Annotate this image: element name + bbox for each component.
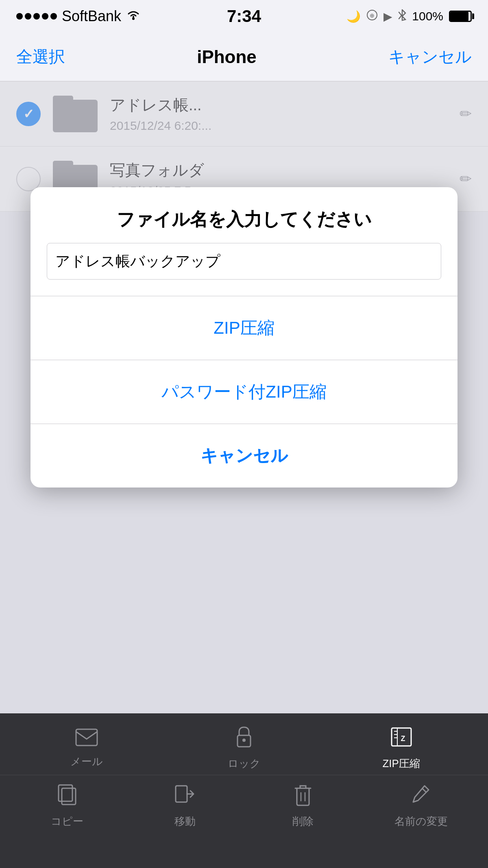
toolbar-zip[interactable]: Z ZIP圧縮	[322, 726, 480, 771]
status-time: 7:34	[227, 7, 261, 26]
signal-dot-1	[16, 13, 23, 20]
svg-text:Z: Z	[401, 735, 405, 743]
filename-input[interactable]	[47, 243, 441, 280]
signal-dot-4	[42, 13, 48, 20]
toolbar-mail[interactable]: メール	[8, 728, 166, 769]
file-info-1: アドレス帳... 2015/12/24 6:20:...	[110, 95, 451, 133]
status-bar: SoftBank 7:34 🌙 ⊕ ▶ 100%	[0, 0, 488, 33]
delete-icon	[294, 783, 312, 811]
svg-point-5	[242, 739, 246, 742]
mail-icon	[75, 728, 98, 751]
svg-rect-14	[176, 786, 187, 802]
rename-icon	[411, 783, 431, 811]
lock-label: ロック	[228, 756, 261, 771]
copy-label: コピー	[51, 814, 83, 829]
status-right: 🌙 ⊕ ▶ 100%	[346, 9, 472, 24]
signal-dot-3	[33, 13, 40, 20]
zip-compress-button[interactable]: ZIP圧縮	[30, 296, 458, 360]
svg-rect-13	[59, 785, 72, 801]
edit-icon-1[interactable]: ✏	[460, 105, 472, 122]
file-item-1[interactable]: ✓ アドレス帳... 2015/12/24 6:20:... ✏	[0, 81, 488, 146]
toolbar-top: メール ロック Z	[0, 713, 488, 775]
svg-rect-12	[62, 788, 76, 805]
status-left: SoftBank	[16, 8, 141, 25]
move-label: 移動	[174, 814, 196, 829]
folder-icon-1	[53, 96, 98, 132]
modal-header: ファイル名を入力してください	[30, 187, 458, 243]
file-name-1: アドレス帳...	[110, 95, 451, 116]
svg-rect-3	[76, 729, 97, 746]
signal-dot-5	[50, 13, 57, 20]
modal-dialog: ファイル名を入力してください ZIP圧縮 パスワード付ZIP圧縮 キャンセル	[30, 187, 458, 488]
edit-icon-2[interactable]: ✏	[460, 171, 472, 188]
select-all-button[interactable]: 全選択	[16, 46, 65, 68]
svg-line-17	[422, 788, 426, 792]
toolbar-area: メール ロック Z	[0, 713, 488, 868]
file-name-2: 写真フォルダ	[110, 160, 451, 181]
svg-point-0	[132, 17, 135, 20]
toolbar-delete[interactable]: 削除	[244, 783, 362, 829]
checkmark-1: ✓	[23, 106, 34, 122]
wifi-icon	[126, 9, 141, 24]
lock-icon: ⊕	[366, 9, 378, 24]
zip-label: ZIP圧縮	[382, 756, 420, 771]
toolbar-lock[interactable]: ロック	[166, 726, 323, 771]
lock-toolbar-icon	[235, 726, 253, 753]
modal-cancel-button[interactable]: キャンセル	[30, 424, 458, 488]
bluetooth-icon	[398, 9, 406, 24]
signal-dot-2	[25, 13, 31, 20]
nav-title: iPhone	[197, 47, 257, 67]
toolbar-move[interactable]: 移動	[126, 783, 244, 829]
password-zip-button[interactable]: パスワード付ZIP圧縮	[30, 360, 458, 424]
delete-label: 削除	[292, 814, 314, 829]
select-circle-1[interactable]: ✓	[16, 102, 41, 126]
moon-icon: 🌙	[346, 10, 361, 23]
battery-percent: 100%	[412, 9, 443, 23]
carrier-name: SoftBank	[62, 8, 121, 25]
battery-icon	[449, 11, 472, 22]
svg-text:⊕: ⊕	[370, 12, 375, 19]
toolbar-rename[interactable]: 名前の変更	[362, 783, 480, 829]
cancel-button[interactable]: キャンセル	[388, 46, 472, 68]
location-icon: ▶	[383, 10, 392, 23]
toolbar-bottom: コピー 移動 削除	[0, 775, 488, 837]
modal-title: ファイル名を入力してください	[47, 208, 441, 231]
mail-label: メール	[70, 754, 103, 769]
rename-label: 名前の変更	[394, 814, 448, 829]
nav-bar: 全選択 iPhone キャンセル	[0, 33, 488, 81]
move-icon	[175, 783, 195, 811]
toolbar-copy[interactable]: コピー	[8, 783, 126, 829]
folder-body-1	[53, 100, 98, 132]
copy-icon	[57, 783, 77, 811]
file-date-1: 2015/12/24 6:20:...	[110, 119, 451, 133]
modal-input-area	[30, 243, 458, 296]
signal-dots	[16, 13, 57, 20]
battery-fill	[450, 12, 468, 21]
zip-toolbar-icon: Z	[391, 726, 412, 753]
